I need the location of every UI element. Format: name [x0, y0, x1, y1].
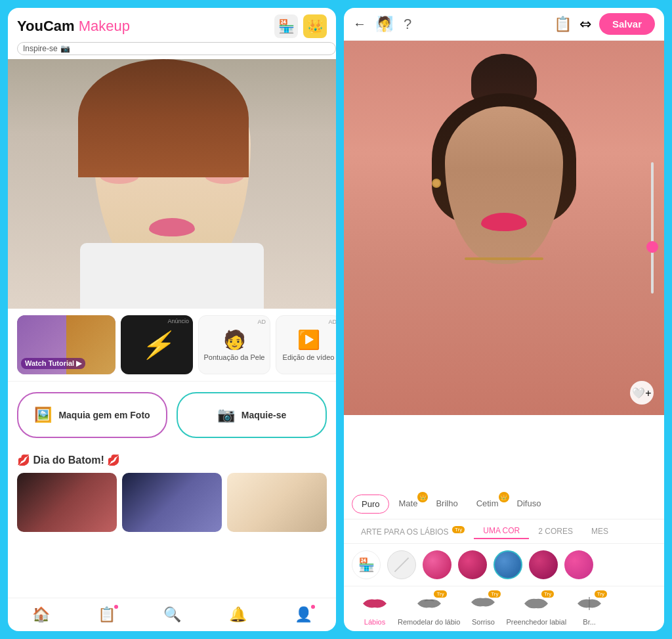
- tab-brilho-label: Brilho: [436, 498, 457, 508]
- bolt-icon: ⚡: [140, 330, 173, 361]
- arte-labios-label: ARTE PARA OS LÁBIOS: [361, 527, 449, 537]
- tab-mate[interactable]: Mate 👑: [389, 495, 427, 514]
- none-line: [394, 558, 410, 573]
- model-face-oval: [445, 106, 563, 264]
- makeup-photo-button[interactable]: 🖼️ Maquia gem em Foto: [17, 392, 167, 438]
- ad-label-skin: AD: [257, 319, 266, 325]
- remodelar-style-label: Remodelar do lábio: [398, 618, 460, 626]
- nav-search[interactable]: 🔍: [163, 606, 181, 623]
- 2-cores-label: 2 CORES: [538, 527, 573, 536]
- action-buttons: 🖼️ Maquia gem em Foto 📷 Maquie-se: [8, 382, 336, 449]
- instagram-icon: 📷: [60, 44, 70, 53]
- heart-plus-icon: 🤍+: [632, 387, 651, 399]
- ads-strip: Watch Tutorial ▶ Anúncio ⚡ AD 🧑 Pontuaçã…: [8, 309, 336, 382]
- nav-feed[interactable]: 📋: [98, 606, 116, 623]
- lip-card-1[interactable]: [17, 473, 117, 532]
- right-header: ← 🧖 ? 📋 ⇔ Salvar: [344, 8, 664, 41]
- arte-try-badge: Try: [452, 526, 465, 533]
- camera-icon: 📷: [217, 407, 235, 424]
- inspire-badge[interactable]: Inspire-se 📷: [17, 42, 336, 55]
- nav-notifications[interactable]: 🔔: [229, 606, 247, 623]
- style-remodelar[interactable]: Try Remodelar do lábio: [398, 592, 460, 626]
- tab-puro-label: Puro: [362, 499, 379, 509]
- preenchedor-svg: [522, 596, 551, 611]
- labios-svg: [360, 596, 389, 611]
- skin-score-card[interactable]: AD 🧑 Pontuação da Pele: [198, 315, 270, 374]
- logo: YouCam Makeup: [17, 18, 130, 35]
- back-arrow-button[interactable]: ←: [353, 16, 366, 32]
- lip-card-2[interactable]: [122, 473, 222, 532]
- logo-makeup: Makeup: [75, 18, 130, 34]
- compare-icon[interactable]: ⇔: [579, 16, 591, 33]
- tab-brilho[interactable]: Brilho: [427, 495, 467, 514]
- tab-2-cores[interactable]: 2 CORES: [529, 524, 582, 539]
- left-panel: YouCam Makeup 🏪 👑 Inspire-se 📷: [8, 8, 336, 631]
- style-sorriso[interactable]: Try Sorriso: [460, 592, 506, 626]
- shop-icon[interactable]: 🏪: [274, 14, 298, 38]
- logo-youcam: YouCam: [17, 18, 75, 34]
- nav-home[interactable]: 🏠: [32, 606, 50, 623]
- sorriso-icon-container: Try: [467, 592, 499, 615]
- model-lips: [481, 213, 527, 231]
- color-swatch-1[interactable]: [423, 550, 452, 579]
- tab-uma-cor[interactable]: UMA COR: [474, 523, 529, 539]
- question-mark-icon[interactable]: ?: [404, 16, 411, 33]
- style-br[interactable]: Try Br...: [566, 592, 612, 626]
- shirt: [80, 243, 264, 309]
- video-edit-card[interactable]: AD ▶️ Edição de vídeo: [276, 315, 336, 374]
- tab-cetim[interactable]: Cetim 👑: [467, 495, 508, 514]
- wishlist-button[interactable]: 🤍+: [630, 381, 654, 405]
- tab-arte-labios[interactable]: ARTE PARA OS LÁBIOS Try: [352, 523, 474, 539]
- bell-icon: 🔔: [229, 606, 247, 623]
- right-panel: ← 🧖 ? 📋 ⇔ Salvar: [344, 8, 664, 631]
- uma-cor-label: UMA COR: [483, 526, 520, 535]
- color-swatch-5[interactable]: [564, 550, 593, 579]
- earring-left: [432, 179, 441, 188]
- face-scan-icon: 🧑: [223, 329, 246, 351]
- remodelar-svg: [415, 596, 444, 611]
- style-labios[interactable]: Lábios: [352, 592, 398, 626]
- lip-card-3[interactable]: [227, 473, 327, 532]
- live-camera-button[interactable]: 📷 Maquie-se: [177, 392, 327, 438]
- feed-icon: 📋: [98, 606, 116, 623]
- hero-photo: [8, 59, 336, 309]
- skin-score-label: Pontuação da Pele: [204, 353, 265, 361]
- color-swatch-3-selected[interactable]: [494, 550, 522, 579]
- hair-top: [78, 59, 249, 177]
- tab-mes[interactable]: MES: [582, 524, 618, 539]
- live-camera-label: Maquie-se: [242, 410, 286, 420]
- color-swatch-2[interactable]: [458, 550, 487, 579]
- no-color-swatch[interactable]: [387, 550, 416, 579]
- home-icon: 🏠: [32, 606, 50, 623]
- makeup-photo-label: Maquia gem em Foto: [58, 410, 150, 420]
- nav-profile[interactable]: 👤: [295, 606, 312, 623]
- art-mode-tabs: ARTE PARA OS LÁBIOS Try UMA COR 2 CORES …: [344, 519, 664, 544]
- bolt-ad-card[interactable]: Anúncio ⚡: [121, 315, 193, 374]
- style-preenchedor[interactable]: Try Preenchedor labial: [506, 592, 566, 626]
- bottom-nav: 🏠 📋 🔍 🔔 👤: [8, 598, 336, 631]
- labios-icon-container: [358, 592, 391, 615]
- hero-image: [8, 59, 336, 309]
- ad-label-video: AD: [328, 319, 336, 325]
- save-button[interactable]: Salvar: [599, 13, 655, 35]
- section-title: 💋 Dia do Batom! 💋: [8, 449, 336, 473]
- mes-label: MES: [591, 527, 608, 536]
- preenchedor-icon-container: Try: [520, 592, 553, 615]
- color-swatch-4[interactable]: [529, 550, 558, 579]
- shop-swatch[interactable]: 🏪: [352, 550, 381, 579]
- right-header-icons: 🧖 ?: [375, 16, 411, 33]
- tab-mate-label: Mate: [398, 498, 417, 508]
- face-tutorial-icon[interactable]: 🧖: [375, 16, 393, 33]
- tab-cetim-label: Cetim: [476, 498, 499, 508]
- tab-difuso[interactable]: Difuso: [508, 495, 551, 514]
- tab-puro[interactable]: Puro: [352, 495, 389, 514]
- preenchedor-style-label: Preenchedor labial: [506, 618, 566, 626]
- video-edit-label: Edição de vídeo: [283, 353, 335, 361]
- crown-icon[interactable]: 👑: [303, 14, 327, 38]
- profile-icon: 👤: [295, 606, 312, 623]
- lips: [149, 218, 195, 236]
- remodelar-try-badge: Try: [434, 590, 446, 598]
- intensity-slider-thumb[interactable]: [646, 241, 658, 253]
- watch-tutorial-card[interactable]: Watch Tutorial ▶: [17, 315, 116, 374]
- clipboard-icon[interactable]: 📋: [554, 16, 572, 33]
